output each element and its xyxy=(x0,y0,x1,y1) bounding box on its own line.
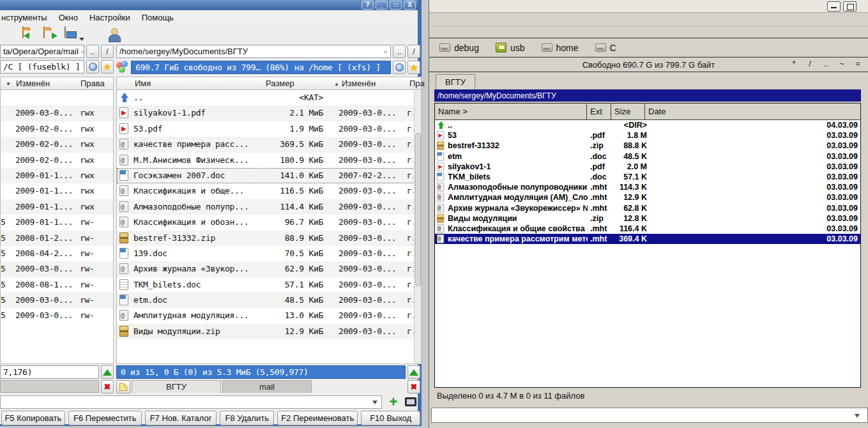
file-row[interactable]: 2009-02-0...rwx xyxy=(1,137,113,152)
nav-button-4[interactable]: = xyxy=(853,59,863,68)
file-row[interactable]: Классификация и общие свойства полупрово… xyxy=(435,224,860,234)
file-row[interactable]: 53.pdf1.8 M03.03.09 xyxy=(435,130,860,141)
menu-item-2[interactable]: Настройки xyxy=(89,13,130,22)
root-dir-button[interactable]: / xyxy=(101,45,114,58)
column-name[interactable]: Имя xyxy=(135,79,151,88)
up-dir-button[interactable]: .. xyxy=(393,45,406,58)
fkey-button-1[interactable]: F5 Копировать xyxy=(1,411,65,425)
file-row[interactable]: качестве примера расс...369.5 КиБ2009-03… xyxy=(117,137,421,152)
file-row[interactable]: etm.doc48.5 КиБ2009-03-0...г. xyxy=(117,293,421,308)
file-row[interactable]: Архив журнала «Звукор...62.9 КиБ2009-03-… xyxy=(117,261,421,277)
command-line-input[interactable] xyxy=(0,395,382,409)
pane-tab-ВГТУ[interactable]: ВГТУ xyxy=(132,380,221,393)
maximize-button[interactable]: □ xyxy=(390,1,402,10)
file-row[interactable]: TKM_bilets.doc57.1 КиБ2009-03-0...г. xyxy=(117,277,421,293)
bookmarks-button[interactable]: ★ xyxy=(101,60,114,73)
page-icon[interactable] xyxy=(1,27,17,42)
file-row[interactable]: 52009-03-0...rw- xyxy=(1,261,113,277)
sort-asc-icon[interactable]: ▲ xyxy=(334,81,339,87)
nav-button-3[interactable]: ~ xyxy=(837,59,847,68)
file-row[interactable]: 2009-01-1...rwx xyxy=(1,168,113,183)
command-combo-input[interactable] xyxy=(431,408,868,423)
file-row[interactable]: Госэкзамен 2007.doc141.0 КиБ2007-02-2...… xyxy=(117,168,421,183)
file-row[interactable]: 52009-03-0...rw- xyxy=(1,293,113,308)
file-row[interactable]: Виды модуляции.zip12.9 КиБ2009-03-0...г. xyxy=(117,324,421,339)
media-icon[interactable] xyxy=(116,61,129,73)
file-row[interactable]: bestref-31332.zip88.9 КиБ2009-03-0...г. xyxy=(117,231,421,246)
nav-button-1[interactable]: / xyxy=(805,59,815,68)
file-row[interactable]: Виды модуляции.zip12.8 K03.03.09 xyxy=(435,213,860,224)
help-button[interactable]: ? xyxy=(362,1,374,10)
equal-panels-button[interactable] xyxy=(101,365,114,379)
file-row[interactable]: 53.pdf1.9 МиБ2009-03-0...г. xyxy=(117,121,421,137)
up-dir-button[interactable]: .. xyxy=(86,45,99,58)
column-header-1[interactable]: Ext xyxy=(587,103,611,119)
file-row[interactable]: Алмазоподобные полупроводники - Студент.… xyxy=(435,182,860,192)
menu-item-0[interactable]: нструменты xyxy=(1,13,47,22)
file-row[interactable] xyxy=(1,90,113,105)
column-header-3[interactable]: Date xyxy=(645,103,860,119)
clear-path-icon[interactable]: × xyxy=(381,48,388,56)
drive-button-C[interactable]: C xyxy=(595,43,616,53)
chevron-down-icon[interactable] xyxy=(372,401,377,404)
menu-item-3[interactable]: Помощь xyxy=(142,13,174,22)
pane-tab-mail[interactable]: mail xyxy=(222,380,312,393)
file-row[interactable]: silyakov1-1.pdf2.1 МиБ2009-03-0...г. xyxy=(117,105,421,121)
left-pane-tabstrip[interactable] xyxy=(0,380,99,393)
file-row[interactable]: Амплитудная модуляция (АМ)_Словарь_Тер.m… xyxy=(435,192,860,203)
sort-desc-icon[interactable]: ▼ xyxy=(6,81,11,87)
file-row[interactable]: Алмазоподобные полупр...114.4 КиБ2009-03… xyxy=(117,199,421,215)
file-row[interactable]: 52008-04-2...rw- xyxy=(1,246,113,261)
file-row[interactable]: Архив журнала «Звукорежиссер» №8_2006.mh… xyxy=(435,203,860,213)
close-tab-button[interactable]: ✖ xyxy=(101,380,114,394)
tab-vgtu[interactable]: ВГТУ xyxy=(436,74,475,89)
bookmarks-button[interactable]: ★ xyxy=(407,61,420,74)
file-row[interactable]: 2009-01-1...rwx xyxy=(1,199,113,215)
move-folder-icon[interactable] xyxy=(43,27,59,42)
fkey-button-6[interactable]: F10 Выход xyxy=(361,411,420,425)
file-row[interactable]: 2009-02-0...rwx xyxy=(1,153,113,168)
new-tab-button[interactable] xyxy=(116,380,130,394)
path-bar[interactable]: /home/sergey/MyDocuments/ВГТУ xyxy=(434,89,861,102)
file-row[interactable]: М.М.Анисимов Физическ...180.9 КиБ2009-03… xyxy=(117,153,421,168)
file-row[interactable]: 52008-08-1...rw- xyxy=(1,277,113,293)
file-row[interactable]: TKM_bilets.doc57.1 K03.03.09 xyxy=(435,172,860,182)
fkey-button-3[interactable]: F7 Нов. Каталог xyxy=(145,411,217,425)
history-button[interactable] xyxy=(393,61,406,74)
file-row[interactable]: 52009-03-0...rw- xyxy=(1,308,113,323)
root-dir-button[interactable]: / xyxy=(407,45,420,58)
column-size[interactable]: Размер xyxy=(266,79,294,88)
column-perms[interactable]: Права xyxy=(80,79,105,88)
column-changed[interactable]: Изменён xyxy=(342,79,376,88)
column-header-2[interactable]: Size xyxy=(611,103,645,119)
copy-folder-icon[interactable] xyxy=(22,27,38,42)
drive-button-home[interactable]: home xyxy=(542,43,579,53)
column-perms[interactable]: Пра xyxy=(409,79,425,88)
file-row[interactable]: etm.doc48.5 K03.03.09 xyxy=(435,151,860,162)
file-row[interactable]: качестве примера рассмотрим метод амплит… xyxy=(435,234,860,244)
chevron-down-icon[interactable] xyxy=(855,414,860,418)
file-row[interactable]: Классификация и обозн...96.7 КиБ2009-03-… xyxy=(117,215,421,230)
terminal-button[interactable] xyxy=(402,395,419,409)
file-row[interactable]: 52009-01-1...rw- xyxy=(1,215,113,230)
column-changed[interactable]: Изменён xyxy=(16,79,50,88)
commander-titlebar[interactable] xyxy=(429,0,868,13)
file-row[interactable]: ..<DIR>04.03.09 xyxy=(435,120,860,130)
file-row[interactable]: 2009-01-1...rwx xyxy=(1,183,113,199)
column-header-0[interactable]: Name > xyxy=(435,103,587,119)
file-row[interactable]: 139.doc70.5 КиБ2009-03-0...г. xyxy=(117,246,421,261)
computer-icon[interactable] xyxy=(65,27,80,42)
lightning-icon[interactable] xyxy=(86,27,101,42)
close-tab-icon[interactable]: × xyxy=(79,48,84,56)
path-field[interactable]: /home/sergey/MyDocuments/ВГТУ × xyxy=(116,45,391,58)
drive-button-usb[interactable]: usb xyxy=(496,43,525,53)
close-button[interactable]: X xyxy=(404,1,416,10)
drive-button-debug[interactable]: debug xyxy=(439,43,479,53)
user-icon[interactable] xyxy=(107,27,122,42)
file-row[interactable]: bestref-31332.zip88.8 K03.03.09 xyxy=(435,141,860,151)
krusader-titlebar[interactable]: ? _ □ X xyxy=(0,0,418,10)
file-row[interactable]: silyakov1-1.pdf2.0 M03.03.09 xyxy=(435,162,860,172)
nav-button-2[interactable]: .. xyxy=(821,59,831,68)
file-row[interactable]: Амплитудная модуляция...13.0 КиБ2009-03-… xyxy=(117,308,421,323)
file-row[interactable]: 2009-03-0...rwx xyxy=(1,105,113,121)
